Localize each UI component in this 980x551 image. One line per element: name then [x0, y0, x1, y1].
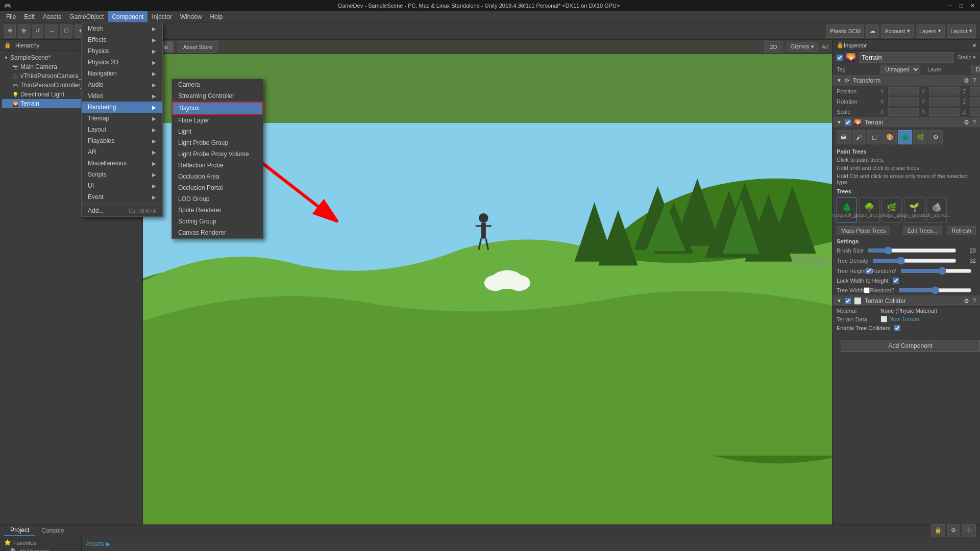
- tree-item-0[interactable]: 🌲 restpack_tr...: [837, 197, 857, 223]
- scale-z[interactable]: 1: [970, 108, 980, 116]
- transform-rect-tool[interactable]: ⬡: [60, 24, 72, 38]
- layer-dropdown[interactable]: Default: [971, 65, 980, 74]
- account-dropdown[interactable]: Account ▾: [881, 24, 914, 38]
- menu-navigation[interactable]: Navigation ▶: [82, 68, 162, 79]
- terrain-collider-checkbox[interactable]: [845, 298, 851, 304]
- terrain-paint-tool[interactable]: 🖌: [852, 130, 866, 144]
- submenu-light[interactable]: Light: [172, 126, 263, 137]
- menu-mesh[interactable]: Mesh ▶: [82, 23, 162, 34]
- position-y[interactable]: 100: [929, 87, 960, 95]
- position-x[interactable]: 250: [888, 87, 919, 95]
- submenu-camera[interactable]: Camera: [172, 79, 263, 90]
- terrain-collider-help-icon[interactable]: ?: [972, 297, 976, 305]
- console-tab[interactable]: Console: [35, 525, 70, 536]
- menu-injector[interactable]: Injector: [148, 11, 176, 22]
- rotation-z[interactable]: 0: [970, 97, 980, 106]
- tree-width-slider[interactable]: [898, 286, 972, 294]
- enable-tree-colliders-checkbox[interactable]: [894, 325, 900, 331]
- submenu-light-probe-group[interactable]: Light Probe Group: [172, 137, 263, 148]
- menu-file[interactable]: File: [2, 11, 20, 22]
- tree-density-slider[interactable]: [872, 257, 957, 265]
- bottom-lock-button[interactable]: 🔒: [931, 524, 945, 537]
- tree-item-1[interactable]: 🌳 grass_tree_1: [859, 197, 879, 223]
- tree-width-random-checkbox[interactable]: [864, 287, 870, 293]
- menu-playables[interactable]: Playables ▶: [82, 135, 162, 146]
- menu-gameobject[interactable]: GameObject: [65, 11, 108, 22]
- rotation-x[interactable]: 0: [888, 97, 919, 106]
- transform-move-tool[interactable]: ✜: [18, 24, 30, 38]
- bottom-settings-button[interactable]: ⚙: [947, 524, 960, 537]
- menu-tilemap[interactable]: Tilemap ▶: [82, 113, 162, 124]
- plastic-scm-button[interactable]: Plastic SCM: [826, 24, 864, 38]
- transform-help-icon[interactable]: ?: [972, 77, 976, 84]
- submenu-streaming-controller[interactable]: Streaming Controller: [172, 90, 263, 102]
- favorites-header[interactable]: ⭐ Favorites: [2, 538, 79, 547]
- hierarchy-lock-icon[interactable]: 🔒: [4, 42, 11, 48]
- menu-layout[interactable]: Layout ▶: [82, 124, 162, 135]
- terrain-raise-tool[interactable]: 🏔: [837, 130, 851, 144]
- terrain-help-icon[interactable]: ?: [972, 119, 976, 126]
- project-tab[interactable]: Project: [4, 525, 35, 536]
- layout-dropdown[interactable]: Layout ▾: [947, 24, 976, 38]
- terrain-settings-icon[interactable]: ⚙: [964, 119, 969, 126]
- menu-ui[interactable]: UI ▶: [82, 180, 162, 191]
- submenu-sorting-group[interactable]: Sorting Group: [172, 216, 263, 227]
- scale-x[interactable]: 1: [888, 108, 919, 116]
- submenu-light-probe-proxy-volume[interactable]: Light Probe Proxy Volume: [172, 148, 263, 160]
- menu-ar[interactable]: AR ▶: [82, 146, 162, 158]
- lock-width-checkbox[interactable]: [893, 278, 899, 284]
- menu-window[interactable]: Window: [176, 11, 206, 22]
- brush-size-slider[interactable]: [868, 246, 957, 255]
- menu-physics[interactable]: Physics ▶: [82, 45, 162, 57]
- menu-event[interactable]: Event ▶: [82, 191, 162, 203]
- tree-item-2[interactable]: 🌿 foliage_gr...: [881, 197, 902, 223]
- terrain-smooth-tool[interactable]: ◻: [867, 130, 881, 144]
- submenu-reflection-probe[interactable]: Reflection Probe: [172, 160, 263, 171]
- terrain-details-tool[interactable]: 🌿: [913, 130, 927, 144]
- object-name-input[interactable]: [859, 52, 954, 63]
- menu-component[interactable]: Component: [108, 11, 148, 22]
- transform-hand-tool[interactable]: ✥: [4, 24, 16, 38]
- menu-effects[interactable]: Effects ▶: [82, 34, 162, 45]
- inspector-lock-icon[interactable]: 🔒: [837, 42, 844, 48]
- terrain-trees-tool[interactable]: 🌲: [898, 130, 912, 144]
- edit-trees-button[interactable]: Edit Trees...: [903, 226, 942, 235]
- menu-rendering[interactable]: Rendering ▶: [82, 102, 162, 113]
- terrain-paint-texture-tool[interactable]: 🎨: [883, 130, 897, 144]
- 2d-toggle[interactable]: 2D: [764, 41, 782, 53]
- submenu-occlusion-portal[interactable]: Occlusion Portal: [172, 182, 263, 193]
- submenu-sprite-renderer[interactable]: Sprite Renderer: [172, 205, 263, 216]
- tree-height-slider[interactable]: [900, 267, 972, 275]
- cloud-button[interactable]: ☁: [866, 24, 879, 38]
- position-z[interactable]: -250: [970, 87, 980, 95]
- terrain-active-checkbox[interactable]: [845, 119, 851, 126]
- maximize-button[interactable]: □: [958, 2, 965, 9]
- menu-miscellaneous[interactable]: Miscellaneous ▶: [82, 158, 162, 169]
- submenu-lod-group[interactable]: LOD Group: [172, 193, 263, 205]
- submenu-skybox[interactable]: Skybox: [172, 102, 263, 115]
- submenu-occlusion-area[interactable]: Occlusion Area: [172, 171, 263, 182]
- menu-scripts[interactable]: Scripts ▶: [82, 169, 162, 180]
- rotation-y[interactable]: 0: [929, 97, 960, 106]
- all-materials-item[interactable]: 🔍 All Materials: [2, 547, 79, 551]
- submenu-flare-layer[interactable]: Flare Layer: [172, 115, 263, 126]
- submenu-canvas-renderer[interactable]: Canvas Renderer: [172, 227, 263, 238]
- tree-height-random-checkbox[interactable]: [866, 268, 872, 274]
- layers-dropdown[interactable]: Layers ▾: [916, 24, 945, 38]
- menu-video[interactable]: Video ▶: [82, 90, 162, 102]
- terrain-collider-settings-icon[interactable]: ⚙: [964, 297, 969, 305]
- mass-place-trees-button[interactable]: Mass Place Trees: [837, 226, 890, 235]
- minimize-button[interactable]: ─: [946, 2, 953, 9]
- gizmos-button[interactable]: Gizmos ▾: [787, 42, 817, 52]
- tree-item-3[interactable]: 🌱 lage_grass...: [904, 197, 924, 223]
- transform-scale-tool[interactable]: ↔: [45, 24, 58, 38]
- terrain-settings-tool[interactable]: ⚙: [928, 130, 943, 144]
- close-button[interactable]: ✕: [969, 2, 976, 9]
- scale-y[interactable]: 1: [929, 108, 960, 116]
- menu-help[interactable]: Help: [206, 11, 227, 22]
- menu-audio[interactable]: Audio ▶: [82, 79, 162, 90]
- transform-settings-icon[interactable]: ⚙: [964, 77, 969, 84]
- refresh-button[interactable]: Refresh: [947, 226, 976, 235]
- transform-rotate-tool[interactable]: ↺: [32, 24, 43, 38]
- add-component-button[interactable]: Add Component: [841, 340, 980, 352]
